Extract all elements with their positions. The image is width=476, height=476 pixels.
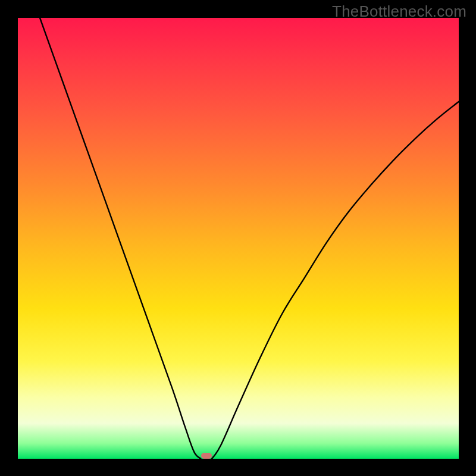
bottleneck-curve [18, 18, 459, 459]
chart-container: TheBottleneck.com [0, 0, 476, 476]
watermark-text: TheBottleneck.com [332, 2, 466, 21]
curve-left-branch [40, 18, 201, 459]
optimum-marker [201, 453, 212, 459]
curve-right-branch [212, 102, 459, 459]
plot-area [18, 18, 459, 459]
